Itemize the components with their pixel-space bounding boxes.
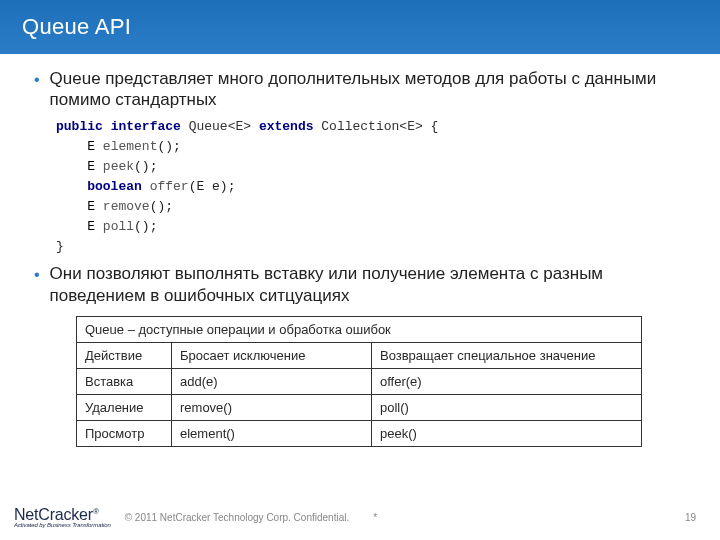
table-row: Удаление remove() poll() <box>77 394 642 420</box>
bullet-text: Они позволяют выполнять вставку или полу… <box>50 263 686 306</box>
slide-body: • Queue представляет много дополнительны… <box>0 54 720 498</box>
table-header: Действие <box>77 342 172 368</box>
operations-table: Queue – доступные операции и обработка о… <box>76 316 642 447</box>
bullet-marker: • <box>34 264 40 286</box>
code-block: public interface Queue<E> extends Collec… <box>56 117 686 258</box>
logo: NetCracker® Activated by Business Transf… <box>14 506 111 528</box>
bullet-marker: • <box>34 69 40 91</box>
bullet-item: • Они позволяют выполнять вставку или по… <box>34 263 686 306</box>
table-header: Бросает исключение <box>172 342 372 368</box>
logo-text-cracker: Cracker <box>38 506 93 523</box>
table-header: Возвращает специальное значение <box>372 342 642 368</box>
copyright: © 2011 NetCracker Technology Corp. Confi… <box>125 512 350 523</box>
table-row: Просмотр element() peek() <box>77 420 642 446</box>
table-header-row: Действие Бросает исключение Возвращает с… <box>77 342 642 368</box>
logo-tagline: Activated by Business Transformation <box>14 522 111 528</box>
table-caption-row: Queue – доступные операции и обработка о… <box>77 316 642 342</box>
slide-footer: NetCracker® Activated by Business Transf… <box>0 498 720 540</box>
slide-title-bar: Queue API <box>0 0 720 54</box>
table-caption: Queue – доступные операции и обработка о… <box>77 316 642 342</box>
logo-reg: ® <box>93 507 99 516</box>
bullet-item: • Queue представляет много дополнительны… <box>34 68 686 111</box>
logo-text-net: Net <box>14 506 38 523</box>
table-row: Вставка add(e) offer(e) <box>77 368 642 394</box>
footer-asterisk: * <box>373 512 377 523</box>
page-number: 19 <box>685 512 696 523</box>
slide-title: Queue API <box>22 14 131 40</box>
bullet-text: Queue представляет много дополнительных … <box>50 68 686 111</box>
